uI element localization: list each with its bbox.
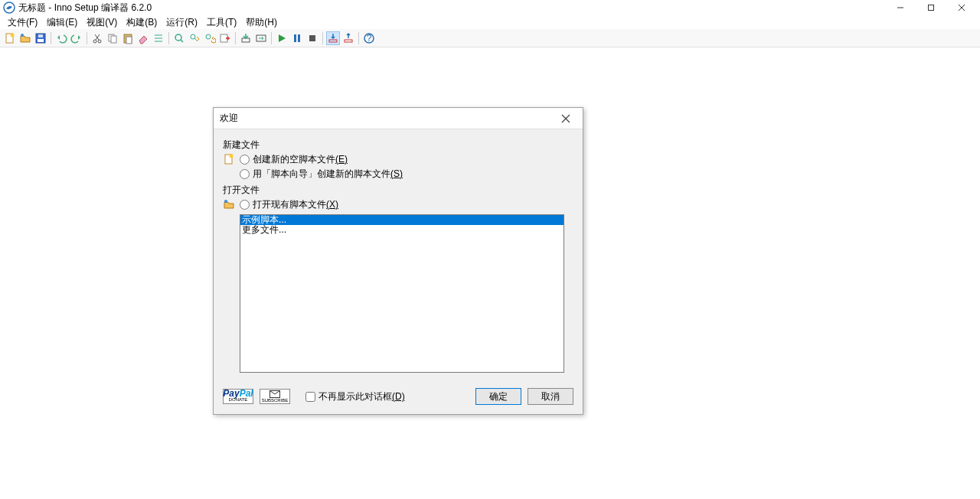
toolbar-separator (51, 32, 51, 44)
subscribe-button[interactable]: SUBSCRIBE (260, 389, 290, 404)
svg-line-23 (181, 40, 183, 42)
dialog-footer: PayPal DONATE SUBSCRIBE 不再显示此对话框(D) 确定 取… (214, 382, 583, 414)
svg-point-26 (206, 34, 211, 39)
list-item[interactable]: 更多文件... (240, 225, 564, 235)
dialog-titlebar: 欢迎 (214, 108, 583, 129)
radio-create-empty[interactable] (240, 155, 250, 165)
menubar: 文件(F) 编辑(E) 视图(V) 构建(B) 运行(R) 工具(T) 帮助(H… (0, 15, 980, 29)
welcome-dialog: 欢迎 新建文件 创建新的空脚本文件(E) 用「脚本向导」创建新的脚本文件(S) … (213, 107, 583, 415)
toolbar-redo-icon[interactable] (70, 31, 83, 45)
dialog-body: 新建文件 创建新的空脚本文件(E) 用「脚本向导」创建新的脚本文件(S) 打开文… (214, 129, 583, 382)
svg-rect-30 (294, 34, 296, 42)
label-create-wizard: 用「脚本向导」创建新的脚本文件(S) (253, 168, 403, 181)
menu-file[interactable]: 文件(F) (3, 16, 42, 29)
svg-rect-2 (929, 5, 934, 11)
menu-help[interactable]: 帮助(H) (241, 16, 282, 29)
svg-line-25 (194, 38, 197, 41)
svg-line-13 (96, 34, 100, 40)
menu-build[interactable]: 构建(B) (122, 16, 162, 29)
toolbar-copy-icon[interactable] (106, 31, 119, 45)
svg-point-6 (11, 33, 15, 37)
svg-rect-18 (126, 37, 132, 44)
toolbar-new-icon[interactable] (3, 31, 17, 45)
option-create-empty[interactable]: 创建新的空脚本文件(E) (240, 153, 403, 166)
svg-point-7 (21, 34, 24, 37)
donate-label: DONATE (229, 397, 248, 403)
toolbar-separator (358, 32, 359, 44)
toolbar-output-icon[interactable] (254, 31, 268, 45)
paypal-label: PayPal (223, 390, 253, 397)
svg-rect-10 (38, 34, 43, 38)
toolbar-save-icon[interactable] (34, 31, 47, 45)
label-open-existing: 打开现有脚本文件(X) (253, 198, 338, 211)
svg-point-12 (98, 40, 101, 43)
new-file-icon (223, 153, 235, 165)
svg-line-14 (95, 34, 99, 40)
window-titlebar: 无标题 - Inno Setup 编译器 6.2.0 (0, 0, 980, 15)
toolbar-paste-icon[interactable] (121, 31, 135, 45)
toolbar-separator (271, 32, 272, 44)
option-create-wizard[interactable]: 用「脚本向导」创建新的脚本文件(S) (240, 168, 403, 181)
svg-rect-31 (298, 34, 300, 42)
toolbar-open-icon[interactable] (18, 31, 32, 45)
toolbar-run-icon[interactable] (275, 31, 289, 45)
window-controls (885, 0, 977, 15)
toolbar-pause-icon[interactable] (290, 31, 304, 45)
menu-run[interactable]: 运行(R) (162, 16, 202, 29)
menu-view[interactable]: 视图(V) (82, 16, 122, 29)
list-item[interactable]: 示例脚本... (240, 215, 564, 225)
toolbar: ? (0, 29, 980, 47)
section-open-label: 打开文件 (223, 184, 573, 197)
maximize-button[interactable] (916, 0, 946, 15)
dialog-close-icon[interactable] (561, 114, 577, 123)
svg-text:?: ? (367, 33, 372, 44)
svg-point-11 (93, 40, 96, 43)
menu-edit[interactable]: 编辑(E) (42, 16, 82, 29)
toolbar-separator (235, 32, 236, 44)
toolbar-separator (168, 32, 169, 44)
toolbar-stop-icon[interactable] (305, 31, 319, 45)
toolbar-cut-icon[interactable] (90, 31, 104, 45)
radio-create-wizard[interactable] (240, 169, 250, 179)
toolbar-erase-icon[interactable] (136, 31, 150, 45)
svg-point-40 (230, 155, 234, 158)
dont-show-checkbox-row[interactable]: 不再显示此对话框(D) (305, 390, 405, 403)
svg-rect-9 (38, 39, 44, 42)
open-file-icon (223, 198, 235, 210)
toolbar-goto-icon[interactable] (218, 31, 232, 45)
cancel-button[interactable]: 取消 (528, 388, 573, 405)
close-button[interactable] (946, 0, 977, 15)
svg-point-22 (175, 34, 181, 41)
svg-rect-32 (309, 35, 315, 41)
dont-show-label: 不再显示此对话框(D) (318, 390, 405, 403)
toolbar-step-over-icon[interactable] (341, 31, 355, 45)
toolbar-undo-icon[interactable] (54, 31, 68, 45)
dialog-title: 欢迎 (220, 112, 238, 125)
toolbar-help-icon[interactable]: ? (362, 31, 376, 45)
svg-rect-34 (345, 40, 352, 42)
mail-icon (270, 390, 280, 398)
label-create-empty: 创建新的空脚本文件(E) (253, 153, 348, 166)
toolbar-step-into-icon[interactable] (326, 31, 340, 45)
section-open-row: 打开现有脚本文件(X) (223, 198, 573, 211)
app-icon (3, 2, 15, 14)
toolbar-separator (322, 32, 323, 44)
toolbar-compile-icon[interactable] (239, 31, 253, 45)
toolbar-find-next-icon[interactable] (188, 31, 201, 45)
section-new-label: 新建文件 (223, 139, 573, 152)
menu-tools[interactable]: 工具(T) (202, 16, 241, 29)
radio-open-existing[interactable] (240, 200, 250, 210)
svg-point-41 (224, 200, 227, 203)
minimize-button[interactable] (885, 0, 916, 15)
toolbar-list-icon[interactable] (152, 31, 165, 45)
toolbar-replace-icon[interactable] (203, 31, 217, 45)
dont-show-checkbox[interactable] (305, 392, 315, 402)
svg-rect-16 (111, 36, 116, 43)
option-open-existing[interactable]: 打开现有脚本文件(X) (240, 198, 338, 211)
file-list[interactable]: 示例脚本... 更多文件... (240, 214, 564, 373)
ok-button[interactable]: 确定 (475, 388, 521, 405)
toolbar-find-icon[interactable] (172, 31, 186, 45)
section-new-row: 创建新的空脚本文件(E) 用「脚本向导」创建新的脚本文件(S) (223, 153, 573, 181)
svg-rect-33 (329, 40, 337, 42)
paypal-donate-button[interactable]: PayPal DONATE (223, 389, 253, 404)
